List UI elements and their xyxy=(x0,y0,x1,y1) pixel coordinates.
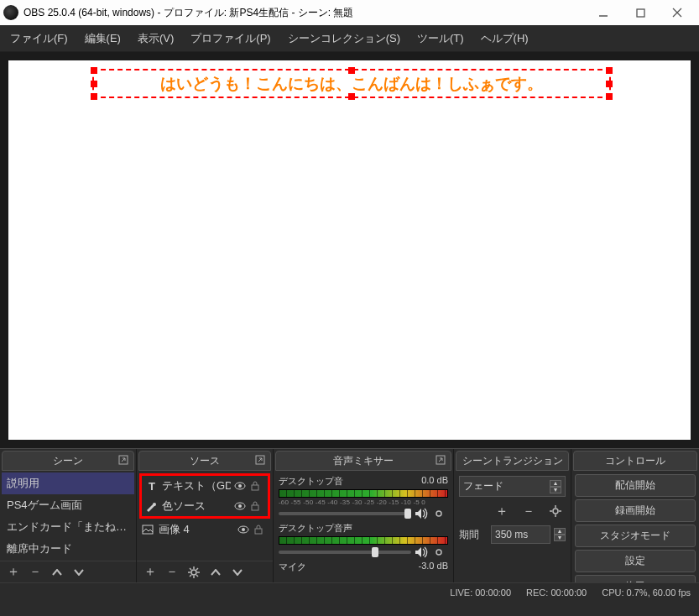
transitions-body: フェード ▴▾ ＋ － 期間 350 ms ▴▾ xyxy=(454,471,571,582)
start-streaming-button[interactable]: 配信開始 xyxy=(575,474,696,497)
remove-scene-button[interactable]: － xyxy=(25,563,45,582)
svg-line-5 xyxy=(122,458,125,462)
image-source-icon xyxy=(142,525,155,535)
maximize-icon xyxy=(636,8,645,18)
add-scene-button[interactable]: ＋ xyxy=(3,563,23,582)
scene-list: 説明用 PS4ゲーム画面 エンドカード「またね！」PS 離席中カード BBゲーム… xyxy=(0,471,136,561)
visibility-toggle[interactable] xyxy=(234,482,248,490)
svg-point-19 xyxy=(191,570,196,575)
eye-icon xyxy=(237,525,249,534)
visibility-toggle[interactable] xyxy=(234,502,248,510)
menu-scene-collection[interactable]: シーンコレクション(S) xyxy=(281,28,407,50)
svg-point-13 xyxy=(238,504,242,508)
settings-button[interactable]: 設定 xyxy=(575,550,696,572)
source-up-button[interactable] xyxy=(206,563,226,582)
source-item[interactable]: T テキスト（GDI+ xyxy=(142,476,268,496)
scenes-panel: シーン 説明用 PS4ゲーム画面 エンドカード「またね！」PS 離席中カード B… xyxy=(0,449,137,582)
svg-line-7 xyxy=(258,458,262,462)
minimize-icon xyxy=(598,8,608,18)
source-label: 画像 4 xyxy=(159,522,234,537)
transition-properties-button[interactable] xyxy=(545,502,566,520)
exit-button[interactable]: 終了 xyxy=(575,575,696,582)
sources-title: ソース xyxy=(190,454,220,468)
menu-edit[interactable]: 編集(E) xyxy=(78,28,128,50)
visibility-toggle[interactable] xyxy=(237,525,251,534)
controls-header: コントロール xyxy=(573,451,697,471)
selected-source-overlay[interactable]: はいどうも！こんにちは、こんばんは！しふぁです。 xyxy=(92,69,611,98)
source-properties-button[interactable] xyxy=(184,563,204,582)
svg-point-31 xyxy=(436,511,441,516)
duration-value: 350 ms xyxy=(495,529,528,540)
svg-rect-15 xyxy=(143,525,153,534)
scene-item[interactable]: 離席中カード xyxy=(2,538,134,560)
sources-highlight-box: T テキスト（GDI+ 色ソース xyxy=(139,473,270,519)
add-source-button[interactable]: ＋ xyxy=(140,563,160,582)
menu-help[interactable]: ヘルプ(H) xyxy=(474,28,535,50)
lock-toggle[interactable] xyxy=(254,525,268,535)
status-live: LIVE: 00:00:00 xyxy=(450,587,511,598)
lock-toggle[interactable] xyxy=(251,501,264,511)
menu-file[interactable]: ファイル(F) xyxy=(3,28,75,50)
source-label: 色ソース xyxy=(162,499,231,514)
svg-rect-14 xyxy=(252,505,258,510)
duration-stepper[interactable]: ▴▾ xyxy=(554,528,566,541)
volume-slider[interactable] xyxy=(279,512,411,515)
audio-meter xyxy=(279,536,448,545)
popout-icon[interactable] xyxy=(435,454,448,467)
close-icon xyxy=(672,8,682,18)
remove-source-button[interactable]: － xyxy=(162,563,182,582)
popout-icon[interactable] xyxy=(254,454,268,467)
status-rec: REC: 00:00:00 xyxy=(526,587,587,598)
preview-canvas[interactable]: はいどうも！こんにちは、こんばんは！しふぁです。 xyxy=(8,60,691,440)
menu-view[interactable]: 表示(V) xyxy=(131,28,180,50)
add-transition-button[interactable]: ＋ xyxy=(492,502,512,520)
menu-profile[interactable]: プロファイル(P) xyxy=(184,28,277,50)
mute-button[interactable] xyxy=(415,546,430,558)
close-button[interactable] xyxy=(659,1,696,24)
speaker-icon xyxy=(415,546,428,558)
audio-meter xyxy=(279,489,448,498)
remove-transition-button[interactable]: － xyxy=(519,502,539,520)
scene-item[interactable]: エンドカード「またね！」PS xyxy=(2,516,134,538)
menu-tools[interactable]: ツール(T) xyxy=(410,28,471,50)
scenes-title: シーン xyxy=(53,454,83,468)
source-down-button[interactable] xyxy=(227,563,248,582)
mute-button[interactable] xyxy=(415,508,430,519)
source-item[interactable]: 画像 4 xyxy=(138,519,271,540)
mixer-channel: デスクトップ音0.0 dB -60 -55 -50 -45 -40 -35 -3… xyxy=(275,472,451,519)
channel-settings-button[interactable] xyxy=(433,546,448,558)
popout-icon[interactable] xyxy=(117,454,131,467)
transitions-header: シーントランジション xyxy=(456,451,569,471)
transition-select[interactable]: フェード ▴▾ xyxy=(459,476,566,497)
overlay-text: はいどうも！こんにちは、こんばんは！しふぁです。 xyxy=(160,73,543,95)
channel-settings-button[interactable] xyxy=(433,508,448,519)
lock-toggle[interactable] xyxy=(251,481,264,491)
obs-logo-icon xyxy=(3,5,18,20)
svg-line-24 xyxy=(190,568,191,570)
transition-value: フェード xyxy=(463,479,503,493)
transitions-title: シーントランジション xyxy=(462,454,563,468)
scene-down-button[interactable] xyxy=(69,563,89,582)
scene-item[interactable]: PS4ゲーム画面 xyxy=(2,494,134,516)
mixer-title: 音声ミキサー xyxy=(333,454,394,468)
start-recording-button[interactable]: 録画開始 xyxy=(575,499,696,522)
gear-icon xyxy=(188,566,200,578)
scene-up-button[interactable] xyxy=(47,563,67,582)
duration-input[interactable]: 350 ms xyxy=(491,525,550,544)
select-stepper[interactable]: ▴▾ xyxy=(550,480,561,493)
duration-label: 期間 xyxy=(459,528,488,542)
volume-slider[interactable] xyxy=(279,551,411,554)
scene-item[interactable]: 説明用 xyxy=(2,472,134,494)
maximize-button[interactable] xyxy=(622,1,659,24)
gear-icon xyxy=(433,508,445,519)
svg-point-17 xyxy=(242,528,245,531)
source-item[interactable]: 色ソース xyxy=(142,496,268,516)
studio-mode-button[interactable]: スタジオモード xyxy=(575,525,696,547)
mixer-panel: 音声ミキサー デスクトップ音0.0 dB -60 -55 -50 -45 -40… xyxy=(274,449,454,582)
sources-panel: ソース T テキスト（GDI+ 色ソース xyxy=(137,449,274,582)
minimize-button[interactable] xyxy=(585,1,622,24)
mixer-body: デスクトップ音0.0 dB -60 -55 -50 -45 -40 -35 -3… xyxy=(274,471,453,582)
channel-db: 0.0 dB xyxy=(421,475,448,488)
svg-line-27 xyxy=(190,575,191,577)
sources-header: ソース xyxy=(138,451,271,471)
